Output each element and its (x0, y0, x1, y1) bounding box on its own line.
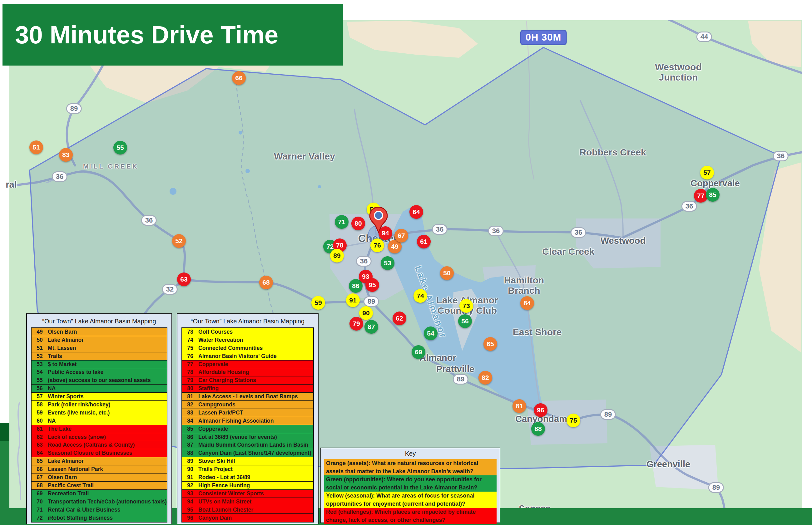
legend-row-label: Lot at 36/89 (venue for events) (198, 434, 313, 440)
map-marker-50[interactable]: 50 (440, 266, 454, 280)
legend-row-79: 79Car Charging Stations (182, 376, 313, 385)
place-label-robbers-creek: Robbers Creek (579, 147, 646, 157)
map-marker-76[interactable]: 76 (370, 239, 384, 252)
legend-row-label: Almanor Fishing Association (198, 418, 313, 424)
legend-row-76: 76Almanor Basin Visitors' Guide (182, 352, 313, 360)
legend-row-number: 95 (182, 507, 198, 513)
legend-row-number: 70 (31, 498, 48, 505)
legend-row-number: 68 (31, 482, 48, 489)
map-marker-59[interactable]: 59 (311, 296, 325, 310)
legend-row-label: Rodeo - Lot at 36/89 (198, 474, 313, 481)
legend-row-label: Stover Ski Hill (198, 458, 313, 464)
legend-row-number: 93 (182, 490, 198, 497)
legend-row-94: 94UTVs on Main Street (182, 498, 313, 506)
legend-row-61: 61The Lake (31, 425, 167, 433)
legend-row-label: Olsen Barn (48, 329, 167, 335)
map-marker-95[interactable]: 95 (365, 278, 379, 292)
legend-row-71: 71Rental Car & Uber Business (31, 506, 167, 514)
legend-row-number: 78 (182, 369, 198, 375)
legend-row-number: 58 (31, 401, 48, 408)
map-marker-69[interactable]: 69 (412, 345, 425, 359)
map-marker-75[interactable]: 75 (566, 414, 580, 427)
legend-row-72: 72iRobot Staffing Business (31, 514, 167, 522)
legend-row-label: Golf Courses (198, 329, 313, 335)
route-shield-36: 36 (773, 151, 788, 161)
map-marker-63[interactable]: 63 (177, 272, 191, 286)
route-shield-36: 36 (356, 256, 372, 267)
legend-row-64: 64Seasonal Closure of Businesses (31, 449, 167, 457)
legend-row-number: 66 (31, 466, 48, 472)
map-marker-80[interactable]: 80 (351, 216, 365, 230)
map-marker-96[interactable]: 96 (534, 403, 547, 417)
drive-time-badge: 0H 30M (520, 30, 567, 45)
map-marker-65[interactable]: 65 (484, 337, 497, 351)
place-label-coppervale: Coppervale (691, 179, 740, 189)
place-label-mill-creek: MILL CREEK (83, 163, 139, 170)
map-marker-85[interactable]: 85 (706, 188, 720, 201)
route-shield-36: 36 (141, 215, 157, 226)
legend-row-59: 59Events (live music, etc.) (31, 409, 167, 417)
legend-row-number: 73 (182, 329, 198, 335)
legend-row-95: 95Boat Launch Chester (182, 506, 313, 514)
map-marker-88[interactable]: 88 (531, 422, 545, 436)
left-band (0, 441, 9, 525)
location-pin[interactable] (369, 206, 388, 235)
map-marker-55[interactable]: 55 (113, 141, 127, 154)
legend-row-80: 80Staffing (182, 385, 313, 393)
legend-row-label: Maidu Summit Consortium Lands in Basin (198, 442, 313, 448)
map-marker-71[interactable]: 71 (335, 215, 349, 229)
legend-row-number: 96 (182, 515, 198, 521)
map-marker-81[interactable]: 81 (513, 399, 526, 413)
legend-row-label: NA (48, 385, 167, 392)
legend-row-label: Recreation Trail (48, 490, 167, 497)
map-marker-57[interactable]: 57 (700, 166, 714, 179)
map-marker-84[interactable]: 84 (520, 296, 534, 310)
map-marker-51[interactable]: 51 (29, 140, 43, 154)
map-marker-67[interactable]: 67 (395, 229, 408, 242)
route-shield-36: 36 (488, 226, 504, 236)
legend-row-57: 57Winter Sports (31, 393, 167, 401)
legend-row-label: Staffing (198, 385, 313, 392)
legend-row-96: 96Canyon Dam (182, 514, 313, 522)
route-shield-36: 36 (681, 201, 697, 212)
legend-row-78: 78Affordable Housing (182, 368, 313, 376)
legend-row-92: 92High Fence Hunting (182, 482, 313, 490)
legend-row-number: 67 (31, 474, 48, 481)
map-marker-87[interactable]: 87 (365, 320, 378, 334)
legend-row-86: 86Lot at 36/89 (venue for events) (182, 433, 313, 441)
map-marker-53[interactable]: 53 (381, 256, 395, 270)
map-marker-52[interactable]: 52 (172, 234, 186, 248)
map-marker-82[interactable]: 82 (478, 371, 492, 385)
map-marker-62[interactable]: 62 (393, 312, 406, 325)
legend-row-number: 61 (31, 426, 48, 432)
legend-row-number: 89 (182, 458, 198, 464)
map-marker-74[interactable]: 74 (413, 289, 427, 303)
map-marker-83[interactable]: 83 (59, 148, 73, 162)
legend-row-label: Car Charging Stations (198, 377, 313, 384)
legend-row-number: 63 (31, 442, 48, 448)
map-marker-61[interactable]: 61 (417, 235, 431, 249)
legend-row-81: 81Lake Access - Levels and Boat Ramps (182, 393, 313, 401)
legend-row-label: iRobot Staffing Business (48, 515, 167, 521)
map-marker-90[interactable]: 90 (359, 306, 373, 320)
legend-row-label: Affordable Housing (198, 369, 313, 375)
map-marker-66[interactable]: 66 (232, 71, 246, 85)
map-marker-68[interactable]: 68 (259, 275, 273, 289)
route-shield-36: 36 (52, 171, 68, 182)
map-marker-64[interactable]: 64 (410, 205, 423, 219)
legend-row-54: 54Public Access to lake (31, 368, 167, 376)
legend-row-50: 50Lake Almanor (31, 336, 167, 344)
map-marker-73[interactable]: 73 (459, 299, 473, 313)
map-marker-89[interactable]: 89 (330, 249, 344, 262)
map-marker-54[interactable]: 54 (424, 327, 438, 340)
legend-row-label: Transportation Tech/eCab (autonomous tax… (48, 498, 167, 505)
legend-row-label: Mt. Lassen (48, 345, 167, 351)
map-marker-56[interactable]: 56 (458, 314, 472, 328)
map-key-title: Key (324, 449, 497, 459)
map-marker-91[interactable]: 91 (346, 294, 360, 307)
legend-table-2-body: 73Golf Courses74Water Recreation75Connec… (181, 327, 314, 523)
legend-row-77: 77Coppervale (182, 360, 313, 369)
map-marker-79[interactable]: 79 (350, 317, 363, 331)
legend-row-87: 87Maidu Summit Consortium Lands in Basin (182, 441, 313, 449)
legend-row-number: 55 (31, 377, 48, 384)
